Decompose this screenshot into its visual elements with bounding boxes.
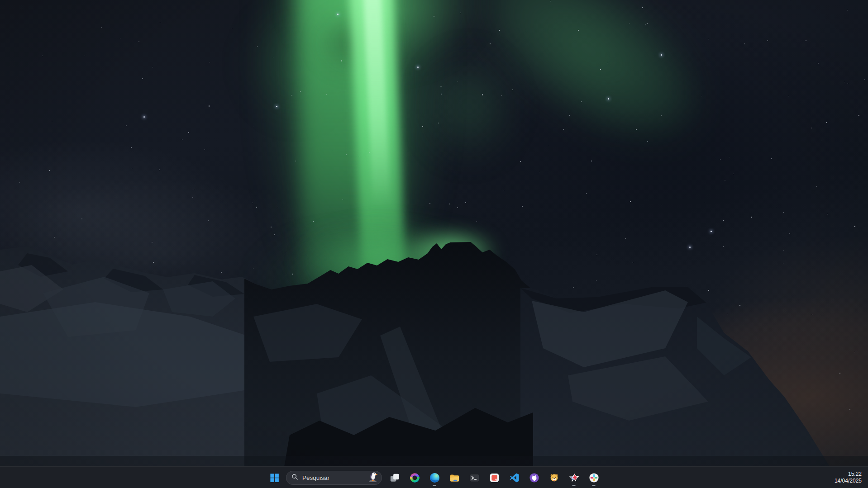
file-explorer-button[interactable] (445, 469, 463, 487)
mountain-silhouettes (0, 0, 868, 488)
task-view-icon (389, 472, 401, 483)
dog-face-icon (548, 472, 560, 483)
taskbar-right-group: 15:22 14/04/2025 (830, 467, 866, 488)
slack-icon (588, 472, 600, 483)
start-button[interactable] (265, 469, 283, 487)
clock-time: 15:22 (835, 471, 862, 478)
taskbar-search[interactable]: Pesquisar (286, 471, 382, 485)
taskbar-icon-strip (386, 469, 603, 487)
terminal-button[interactable] (465, 469, 483, 487)
dog-app-button[interactable] (545, 469, 563, 487)
windows-logo-icon (269, 473, 280, 483)
copilot-icon (409, 472, 420, 483)
star-app-button[interactable] (565, 469, 583, 487)
edge-button[interactable] (425, 469, 444, 487)
github-octocat-icon (529, 472, 540, 483)
task-view-button[interactable] (386, 469, 404, 487)
taskbar-center-group: Pesquisar (265, 467, 603, 488)
terminal-icon (469, 472, 480, 483)
folder-icon (449, 472, 460, 483)
slack-button[interactable] (585, 469, 603, 487)
red-square-app-icon (489, 472, 500, 483)
taskbar: Pesquisar (0, 466, 868, 488)
search-placeholder: Pesquisar (302, 474, 368, 481)
desktop: Pesquisar (0, 0, 868, 488)
copilot-button[interactable] (405, 469, 424, 487)
vscode-icon (509, 472, 520, 483)
search-icon (291, 474, 298, 482)
red-square-app-button[interactable] (485, 469, 503, 487)
github-desktop-button[interactable] (525, 469, 543, 487)
vscode-button[interactable] (505, 469, 523, 487)
taskbar-clock[interactable]: 15:22 14/04/2025 (830, 469, 866, 486)
red-blue-star-icon (568, 472, 580, 483)
puffin-bird-image (368, 471, 379, 484)
edge-icon (429, 472, 440, 483)
clock-date: 14/04/2025 (835, 478, 862, 484)
